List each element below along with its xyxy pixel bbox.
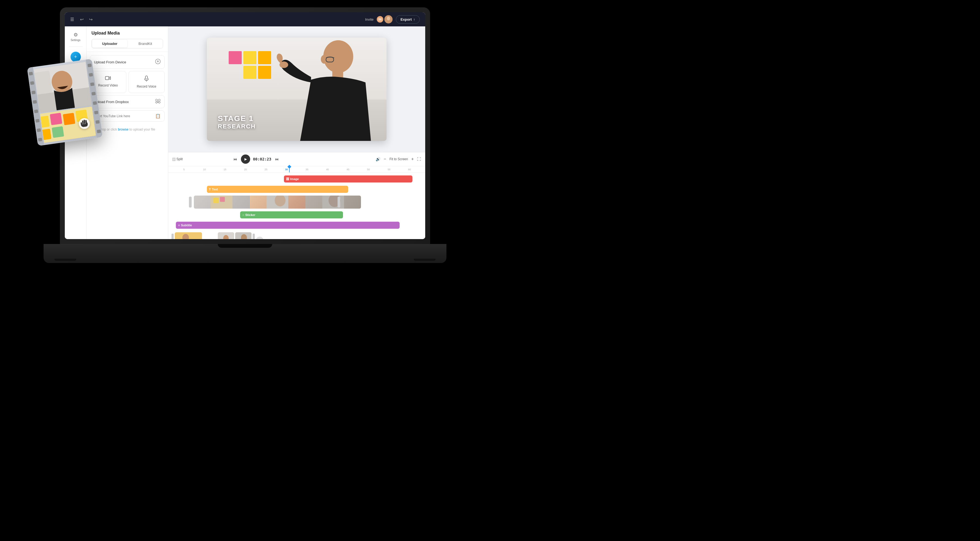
laptop-foot-right [414, 259, 436, 261]
tab-brandkit[interactable]: BrandKit [128, 39, 163, 48]
clip-thumb-person1[interactable] [175, 232, 202, 239]
clip-thumb-person2[interactable] [218, 232, 234, 239]
fullscreen-button[interactable]: ⛶ [417, 157, 421, 161]
ruler-mark: 30 [276, 168, 297, 171]
settings-label: Settings [70, 39, 80, 41]
fit-screen-label: Fit to Screen [390, 157, 408, 161]
ruler-mark: 50 [358, 168, 379, 171]
film-hole [90, 82, 94, 86]
svg-rect-38 [52, 126, 64, 138]
ruler-mark: 15 [215, 168, 235, 171]
image-icon: 🖼 [286, 177, 289, 181]
clip-thumbs-row: ✂ [168, 231, 425, 239]
sidebar-item-settings[interactable]: ⚙ Settings [67, 30, 85, 44]
film-image-person [34, 62, 92, 113]
upload-device-icon [155, 59, 161, 65]
record-voice-label: Record Voice [137, 85, 156, 89]
sticker-track-label: ○ Sticker [242, 213, 255, 216]
timeline-tracks[interactable]: 🖼 Image T Text [168, 173, 425, 239]
film-hole [31, 90, 36, 94]
sticker-icon: ○ [242, 213, 244, 216]
film-strip-card [27, 59, 103, 146]
text-track-icon: T [209, 188, 211, 191]
undo-button[interactable]: ↩ [78, 16, 85, 23]
thumbnail-1 [194, 195, 250, 209]
top-bar-left: ☰ ↩ ↪ [70, 16, 94, 23]
tab-uploader[interactable]: Uploader [92, 40, 127, 48]
subtitle-track-bar[interactable]: ≡ Subtitle [176, 222, 399, 229]
split-button[interactable]: [:] Split [173, 157, 183, 161]
laptop-feet [54, 259, 436, 261]
film-hole [94, 110, 99, 114]
settings-icon: ⚙ [73, 32, 78, 38]
export-button[interactable]: Export ↑ [396, 15, 420, 24]
user-initials-badge: SK [377, 16, 383, 22]
undo-redo-group: ↩ ↪ [78, 16, 94, 23]
tab-group: Uploader BrandKit [91, 39, 163, 48]
zoom-plus-button[interactable]: + [410, 156, 415, 162]
subtitle-icon: ≡ [178, 224, 180, 227]
film-hole [89, 73, 93, 77]
track-handle-left[interactable] [189, 197, 192, 208]
thumbnail-3 [305, 195, 361, 209]
clip-handle-right[interactable] [253, 234, 255, 239]
ruler-mark: 55 [379, 168, 399, 171]
svg-rect-13 [213, 198, 219, 203]
sticky-note-empty [229, 66, 242, 79]
subtitle-track-row: ≡ Subtitle [168, 221, 425, 230]
ruler-mark: 35 [297, 168, 317, 171]
sticky-note-pink [229, 51, 242, 64]
text-track-bar[interactable]: T Text [207, 186, 348, 193]
volume-button[interactable]: 🔊 [375, 157, 380, 161]
film-hole [97, 130, 101, 133]
image-track-label: 🖼 Image [286, 177, 299, 181]
svg-point-8 [321, 55, 327, 63]
laptop-foot-left [54, 259, 76, 261]
menu-icon[interactable]: ☰ [70, 17, 74, 22]
film-hole [95, 120, 100, 124]
clip-thumb-person3[interactable] [235, 232, 251, 239]
redo-button[interactable]: ↪ [88, 16, 94, 23]
film-hole [88, 63, 92, 67]
dropbox-icon [155, 99, 161, 105]
svg-rect-5 [145, 76, 148, 79]
add-clip-button[interactable]: + [256, 236, 264, 239]
clip-handle-left[interactable] [172, 234, 174, 239]
film-hole [29, 71, 33, 75]
svg-rect-35 [63, 113, 75, 125]
image-track-row: 🖼 Image [168, 175, 425, 184]
track-handle-right[interactable] [337, 197, 340, 208]
browse-link[interactable]: browse [118, 128, 129, 132]
ruler-marks: 5 10 15 20 25 30 35 40 45 50 55 [174, 168, 420, 171]
video-text-overlay: STAGE 1 RESEARCH [218, 114, 256, 130]
film-hole [34, 109, 38, 113]
text-track-label: T Text [209, 188, 218, 191]
preview-area: STAGE 1 RESEARCH [:] Split [168, 26, 425, 239]
top-bar: ☰ ↩ ↪ Invite SK [65, 12, 425, 26]
invite-button[interactable]: Invite [365, 17, 374, 22]
svg-rect-33 [40, 116, 49, 128]
time-display: 00:02:23 [253, 157, 271, 161]
record-voice-option[interactable]: Record Voice [129, 71, 165, 93]
svg-rect-34 [50, 113, 62, 125]
play-button[interactable]: ▶ [241, 154, 250, 164]
svg-point-1 [387, 17, 390, 21]
zoom-minus-button[interactable]: − [382, 156, 387, 162]
skip-forward-button[interactable]: ⏭ [274, 156, 280, 162]
text-track-row: T Text [168, 185, 425, 194]
film-hole [93, 101, 97, 105]
playhead-line [289, 166, 290, 173]
user-avatar[interactable] [384, 15, 393, 24]
image-track-bar[interactable]: 🖼 Image [284, 175, 412, 182]
thumb-strip[interactable] [194, 195, 361, 209]
ruler-mark: 10 [194, 168, 215, 171]
timeline-controls: [:] Split ⏮ ▶ 00:02:23 ⏭ 🔊 [168, 152, 425, 166]
skip-back-button[interactable]: ⏮ [232, 156, 238, 162]
film-hole [30, 81, 34, 85]
ruler-mark: 45 [338, 168, 358, 171]
sticker-track-bar[interactable]: ○ Sticker [240, 211, 343, 218]
film-hole [38, 138, 43, 141]
upload-panel-header: Upload Media Uploader BrandKit [87, 26, 168, 52]
film-hole [33, 100, 37, 104]
svg-point-7 [323, 40, 353, 73]
